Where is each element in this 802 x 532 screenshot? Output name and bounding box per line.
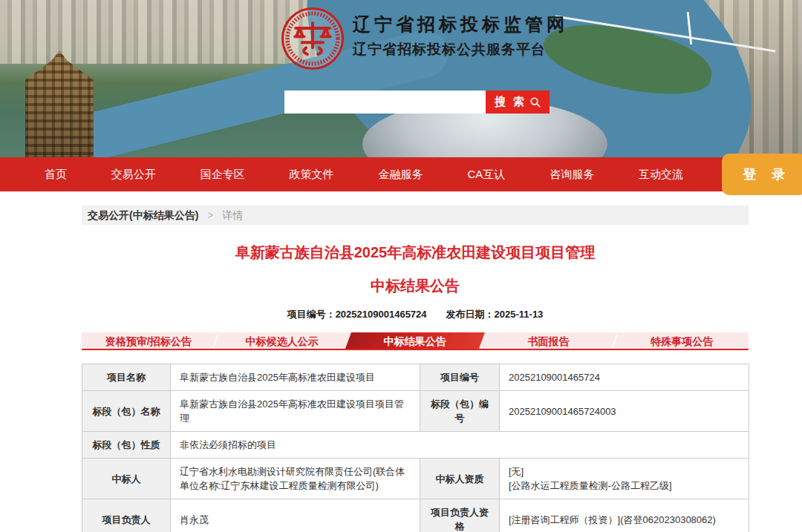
header-banner: 辽宁省招标投标监管网 辽宁省招标投标公共服务平台 搜 索 (0, 0, 802, 157)
site-titles: 辽宁省招标投标监管网 辽宁省招标投标公共服务平台 (353, 6, 568, 61)
nav-item[interactable]: 互动交流 (639, 168, 683, 182)
tab-active[interactable]: 中标结果公告 (345, 332, 485, 349)
content-area: 交易公开(中标结果公告) > 详情 阜新蒙古族自治县2025年高标准农田建设项目… (82, 206, 749, 532)
row-value: 20252109001465724003 (500, 391, 749, 432)
page: 辽宁省招标投标监管网 辽宁省招标投标公共服务平台 搜 索 首页交易公开国企专区政… (0, 0, 802, 532)
tower-building-shape (25, 50, 94, 157)
nav-item[interactable]: 首页 (45, 168, 67, 182)
row-value: 20252109001465724 (500, 364, 749, 391)
site-logo-icon (280, 6, 345, 71)
row-label: 中标人 (82, 459, 171, 499)
row-value: 阜新蒙古族自治县2025年高标准农田建设项目项目管理 (171, 391, 420, 432)
nav-item[interactable]: 国企专区 (200, 168, 245, 182)
row-value: 非依法必须招标的项目 (171, 432, 749, 459)
row-label: 项目编号 (420, 364, 500, 391)
announcement-title: 阜新蒙古族自治县2025年高标准农田建设项目项目管理 中标结果公告 (82, 243, 749, 296)
row-label: 标段（包）性质 (82, 432, 171, 459)
site-title: 辽宁省招标投标监管网 (353, 10, 568, 39)
publish-date-label: 发布日期： (446, 309, 495, 320)
tab[interactable]: 特殊事项公告 (615, 332, 749, 349)
nav-item[interactable]: 咨询服务 (550, 168, 594, 182)
project-no-label: 项目编号： (287, 309, 336, 320)
row-value: [注册咨询工程师（投资）](咨登0620230308062) (500, 499, 749, 532)
table-row: 标段（包）性质非依法必须招标的项目 (82, 432, 749, 459)
search-input[interactable] (284, 91, 486, 114)
tab-label: 中标结果公告 (348, 332, 482, 350)
detail-table: 项目名称阜新蒙古族自治县2025年高标准农田建设项目项目编号2025210900… (82, 364, 749, 532)
site-brand: 辽宁省招标投标监管网 辽宁省招标投标公共服务平台 (280, 6, 568, 71)
announcement-title-line2: 中标结果公告 (82, 276, 749, 296)
nav-item[interactable]: 政策文件 (290, 168, 334, 182)
search-bar: 搜 索 (284, 91, 550, 114)
nav-item[interactable]: 金融服务 (379, 168, 423, 182)
row-value: [无] [公路水运工程质量检测-公路工程乙级] (500, 459, 749, 499)
table-row: 中标人辽宁省水利水电勘测设计研究院有限责任公司(联合体单位名称:辽宁东林建设工程… (82, 459, 749, 499)
search-button-label: 搜 索 (495, 95, 526, 109)
tab[interactable]: 中标候选人公示 (215, 332, 349, 349)
breadcrumb: 交易公开(中标结果公告) > 详情 (82, 206, 749, 225)
tab-bar: 资格预审/招标公告中标候选人公示中标结果公告书面报告特殊事项公告 (82, 332, 749, 350)
site-subtitle: 辽宁省招标投标公共服务平台 (353, 39, 568, 61)
main-nav: 首页交易公开国企专区政策文件金融服务CA互认咨询服务互动交流 登 录 (0, 157, 802, 191)
publish-date-value: 2025-11-13 (495, 309, 544, 320)
row-label: 项目负责人 (82, 499, 171, 532)
tab-label: 资格预审/招标公告 (105, 335, 192, 347)
tab-label: 中标候选人公示 (245, 335, 318, 347)
row-label: 中标人资质 (420, 459, 500, 499)
nav-items: 首页交易公开国企专区政策文件金融服务CA互认咨询服务互动交流 (22, 168, 705, 182)
nav-item[interactable]: CA互认 (467, 168, 505, 182)
login-button[interactable]: 登 录 (722, 154, 802, 195)
breadcrumb-current: 详情 (222, 209, 243, 221)
tab-label: 特殊事项公告 (651, 335, 713, 347)
table-row: 项目负责人肖永茂项目负责人资格[注册咨询工程师（投资）](咨登062023030… (82, 499, 749, 532)
search-button[interactable]: 搜 索 (486, 91, 550, 114)
breadcrumb-section[interactable]: 交易公开(中标结果公告) (88, 209, 198, 221)
nav-item[interactable]: 交易公开 (111, 168, 156, 182)
table-row: 项目名称阜新蒙古族自治县2025年高标准农田建设项目项目编号2025210900… (82, 364, 749, 391)
announcement-title-line1: 阜新蒙古族自治县2025年高标准农田建设项目项目管理 (82, 243, 749, 263)
search-icon (529, 96, 541, 108)
row-label: 项目名称 (82, 364, 171, 391)
tab-label: 书面报告 (528, 335, 570, 347)
project-no-value: 20252109001465724 (336, 309, 427, 320)
tab[interactable]: 书面报告 (482, 332, 616, 349)
row-value: 阜新蒙古族自治县2025年高标准农田建设项目 (171, 364, 420, 391)
row-label: 标段（包）名称 (82, 391, 171, 432)
announcement-meta: 项目编号：20252109001465724发布日期：2025-11-13 (82, 308, 749, 321)
row-label: 项目负责人资格 (420, 499, 500, 532)
tab[interactable]: 资格预审/招标公告 (82, 332, 215, 349)
table-row: 标段（包）名称阜新蒙古族自治县2025年高标准农田建设项目项目管理标段（包）编号… (82, 391, 749, 432)
breadcrumb-separator-icon: > (207, 209, 213, 221)
row-label: 标段（包）编号 (420, 391, 500, 432)
row-value: 辽宁省水利水电勘测设计研究院有限责任公司(联合体单位名称:辽宁东林建设工程质量检… (171, 459, 420, 499)
row-value: 肖永茂 (171, 499, 420, 532)
